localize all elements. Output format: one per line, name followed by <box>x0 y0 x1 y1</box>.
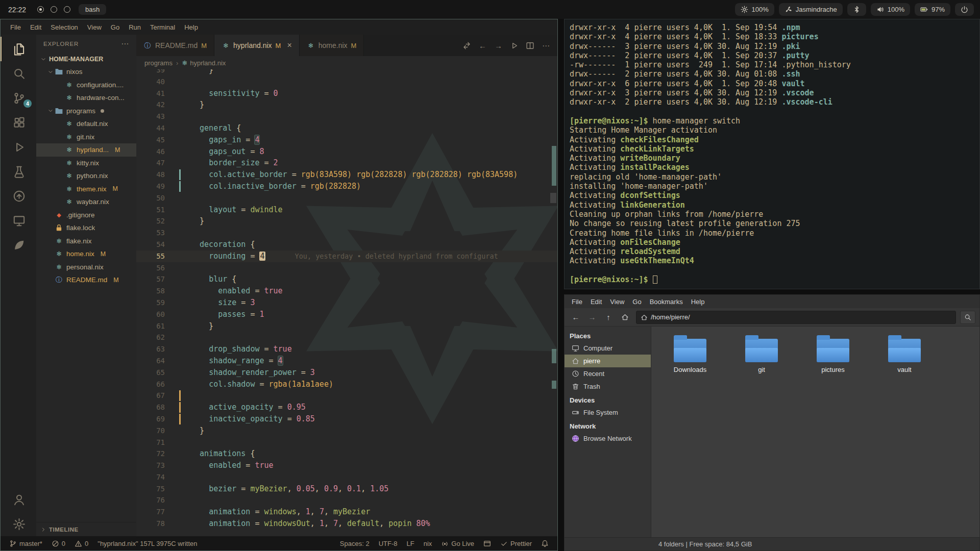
tree-item-default-nix[interactable]: ❄default.nix <box>36 117 136 131</box>
activity-extensions[interactable] <box>1 110 36 135</box>
module-bluetooth[interactable] <box>847 3 866 16</box>
tree-item-waybar-nix[interactable]: ❄waybar.nix <box>36 195 136 209</box>
status-browser[interactable] <box>480 540 495 547</box>
vscode-menu-file[interactable]: File <box>6 23 26 31</box>
module-speaker[interactable]: 100% <box>871 3 910 16</box>
activity-remote-explorer[interactable] <box>1 208 36 233</box>
module-battery[interactable]: 97% <box>915 3 950 16</box>
fm-menu-view[interactable]: View <box>606 298 628 306</box>
tree-item-home-nix[interactable]: ❄home.nixM <box>36 247 136 261</box>
vscode-menu-view[interactable]: View <box>83 23 106 31</box>
tab-hyprland-nix[interactable]: ❄hyprland.nixM× <box>214 35 300 56</box>
back-icon[interactable]: ← <box>478 41 487 50</box>
activity-account[interactable] <box>1 487 36 512</box>
terminal-window[interactable]: drwxr-xr-x 4 pierre users 4,0K 1. Sep 19… <box>564 19 980 289</box>
module-gear[interactable]: 100% <box>735 3 774 16</box>
tree-item-nixos[interactable]: nixos <box>36 65 136 79</box>
module-power[interactable] <box>955 3 974 16</box>
compare-icon[interactable] <box>462 41 471 50</box>
fm-place-trash[interactable]: Trash <box>565 380 651 393</box>
forward-button[interactable]: → <box>585 311 599 324</box>
fm-menu-edit[interactable]: Edit <box>586 298 606 306</box>
tree-item-gitignore[interactable]: ◆.gitignore <box>36 209 136 222</box>
status-spaces-2[interactable]: Spaces: 2 <box>336 540 373 547</box>
vscode-menu-selection[interactable]: Selection <box>46 23 82 31</box>
vscode-menu-edit[interactable]: Edit <box>26 23 46 31</box>
activity-explorer[interactable] <box>1 37 36 61</box>
activity-settings[interactable] <box>1 512 36 536</box>
tree-item-flake-nix[interactable]: ❄flake.nix <box>36 235 136 248</box>
tree-root-home-manager[interactable]: HOME-MANAGER <box>36 53 136 65</box>
tree-item-personal-nix[interactable]: ❄personal.nix <box>36 261 136 274</box>
timeline-section[interactable]: TIMELINE <box>36 522 136 536</box>
tab-home-nix[interactable]: ❄home.nixM <box>300 35 364 56</box>
vscode-menu-terminal[interactable]: Terminal <box>145 23 180 31</box>
tree-item-kitty-nix[interactable]: ❄kitty.nix <box>36 157 136 170</box>
tab-readme-md[interactable]: ⓘREADME.mdM <box>136 35 214 56</box>
breadcrumb[interactable]: programs › ❄ hyprland.nix <box>136 56 557 69</box>
up-button[interactable]: ↑ <box>601 311 616 324</box>
fm-place-browse-network[interactable]: Browse Network <box>565 432 651 445</box>
fm-folder-grid[interactable]: Downloadsgitpicturesvault <box>651 327 979 537</box>
activity-search[interactable] <box>1 61 36 86</box>
play-icon[interactable] <box>510 41 519 50</box>
close-icon[interactable]: × <box>287 41 291 50</box>
workspace-2[interactable] <box>51 6 57 13</box>
vscode-menu-run[interactable]: Run <box>124 23 145 31</box>
activity-live-share[interactable] <box>1 184 36 208</box>
fm-place-pierre[interactable]: pierre <box>565 355 651 367</box>
scrollbar-slider[interactable] <box>550 193 556 203</box>
more-actions-icon[interactable]: ⋯ <box>121 39 129 48</box>
path-bar[interactable]: /home/pierre/ <box>636 311 956 324</box>
status-bell[interactable] <box>537 540 552 547</box>
tree-item-hardware-con[interactable]: ❄hardware-con... <box>36 91 136 105</box>
vscode-menu-go[interactable]: Go <box>106 23 124 31</box>
search-button[interactable] <box>960 311 975 324</box>
tree-item-flake-lock[interactable]: flake.lock <box>36 221 136 235</box>
overview-ruler[interactable] <box>550 69 557 536</box>
tree-item-theme-nix[interactable]: ❄theme.nixM <box>36 183 136 196</box>
tree-item-hyprland[interactable]: ❄hyprland...M <box>36 143 136 157</box>
fm-folder-vault[interactable]: vault <box>878 334 931 373</box>
status-warning[interactable]: 0 <box>71 540 92 547</box>
activity-leaf[interactable] <box>1 233 36 257</box>
activity-run-debug[interactable] <box>1 135 36 159</box>
tree-item-configuration[interactable]: ❄configuration.... <box>36 79 136 92</box>
tree-item-git-nix[interactable]: ❄git.nix <box>36 131 136 144</box>
status-check[interactable]: Prettier <box>497 540 535 547</box>
fm-place-computer[interactable]: Computer <box>565 342 651 355</box>
breadcrumb-folder[interactable]: programs <box>144 59 173 67</box>
tree-item-python-nix[interactable]: ❄python.nix <box>36 169 136 183</box>
module-fan[interactable]: Jasmindrache <box>779 3 843 16</box>
status-lf[interactable]: LF <box>403 540 418 547</box>
vscode-menu-help[interactable]: Help <box>180 23 203 31</box>
status-hyprland-nix-157l-3975c-written[interactable]: "hyprland.nix" 157L 3975C written <box>94 540 201 547</box>
tree-item-programs[interactable]: programs <box>36 105 136 118</box>
activity-testing[interactable] <box>1 159 36 184</box>
home-button[interactable] <box>618 311 632 324</box>
fm-place-file-system[interactable]: File System <box>565 406 651 419</box>
fm-menu-go[interactable]: Go <box>628 298 645 306</box>
more-icon[interactable]: ⋯ <box>542 41 550 50</box>
forward-icon[interactable]: → <box>494 41 503 50</box>
tree-item-readme-md[interactable]: ⓘREADME.mdM <box>36 273 136 287</box>
breadcrumb-file[interactable]: hyprland.nix <box>190 59 226 67</box>
status-branch[interactable]: master* <box>6 540 46 547</box>
fm-folder-pictures[interactable]: pictures <box>806 334 860 373</box>
back-button[interactable]: ← <box>569 311 583 324</box>
workspace-3[interactable] <box>64 6 70 13</box>
status-nix[interactable]: nix <box>420 540 436 547</box>
status-utf-8[interactable]: UTF-8 <box>375 540 401 547</box>
fm-menu-help[interactable]: Help <box>687 298 709 306</box>
workspace-1[interactable] <box>37 6 44 13</box>
status-error[interactable]: 0 <box>48 540 69 547</box>
fm-folder-git[interactable]: git <box>735 334 788 373</box>
split-icon[interactable] <box>526 41 534 50</box>
fm-place-recent[interactable]: Recent <box>565 367 651 380</box>
fm-menu-file[interactable]: File <box>568 298 586 306</box>
fm-menu-bookmarks[interactable]: Bookmarks <box>646 298 687 306</box>
activity-source-control[interactable]: 4 <box>1 86 36 110</box>
status-broadcast[interactable]: Go Live <box>437 540 478 547</box>
editor[interactable]: 39 }4041 sensitivity = 042 }4344 general… <box>136 69 557 536</box>
fm-folder-downloads[interactable]: Downloads <box>664 334 717 373</box>
